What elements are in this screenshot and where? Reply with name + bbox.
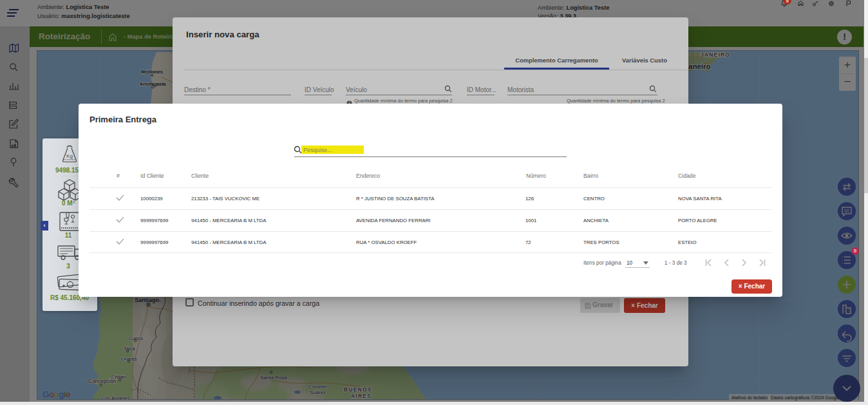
svg-text:9498.15: 9498.15: [55, 167, 79, 174]
svg-text:0 M³: 0 M³: [62, 200, 75, 207]
svg-text:11: 11: [65, 232, 72, 239]
svg-text:Kg: Kg: [66, 153, 73, 159]
svg-text:3: 3: [66, 263, 70, 270]
